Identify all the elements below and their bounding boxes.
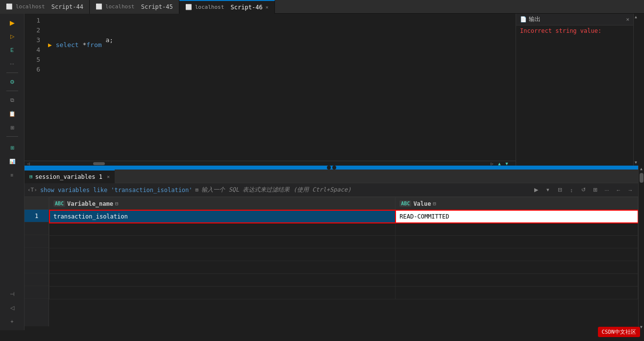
col-filter-val[interactable]: ⊟ [433,201,436,206]
tab-label-44: localhost [16,3,45,10]
data-table: ABC Variable_name ⊟ ABC Value [49,197,638,299]
row-num-1[interactable]: 1 [25,210,49,222]
code-line-3 [48,104,512,114]
row-num-header [25,197,49,210]
result-tab-icon: ⊞ [29,173,33,180]
section-divider[interactable] [25,166,638,170]
output-content: Incorrect string value: [516,25,633,166]
nav-first[interactable]: ⊣ [5,288,20,300]
play-btn[interactable]: ▶ [531,185,541,195]
code-line-2 [48,74,512,84]
run-button[interactable]: ▶ [5,17,20,28]
divider-dot-2 [332,166,336,170]
table-row-empty-4 [50,261,638,274]
row-num-3 [25,235,49,248]
expand-btn[interactable]: ▼ [503,161,511,166]
col-name-value: Value [413,200,431,207]
row-num-5 [25,261,49,273]
nav-prev[interactable]: ◁ [5,302,20,314]
back-btn[interactable]: ← [614,185,623,195]
table-row-empty-2 [50,236,638,248]
h-scrollbar[interactable]: ◁ ▷ ▲ ▼ [25,161,516,166]
bottom-icons: ⊞ 📊 ≡ [5,140,20,183]
col-type-badge-val: ABC [399,200,411,207]
line-numbers: 1 2 3 4 5 6 [25,14,44,161]
toolbar-sep-1 [6,73,18,73]
cell-variable-name[interactable]: transaction_isolation [50,210,396,223]
chart-icon-btn[interactable]: 📊 [5,155,20,167]
nav-icons: ⊣ ◁ + [5,288,20,327]
output-header: 📄 输出 ✕ [516,14,633,25]
forward-btn[interactable]: → [625,185,635,195]
run-indicator: ▶ [48,40,56,50]
tab-icon-46: ⬜ [185,4,192,10]
collapse-btn[interactable]: ▲ [495,161,503,166]
divider-dot-1 [327,166,331,170]
table-row-empty-1 [50,223,638,236]
format-button[interactable]: ⊞ [5,122,20,133]
v-scrollbar-editor[interactable]: ▲ ▼ [633,14,638,166]
tab-bar: ⬜ localhost Script-44 ⬜ localhost Script… [0,0,644,14]
cell-value[interactable]: READ-COMMITTED [396,210,638,223]
scroll-up[interactable]: ▲ [635,15,637,19]
result-tab-label: session_variables 1 [35,173,102,180]
data-table-wrapper: 1 [25,197,638,326]
table-row-1[interactable]: transaction_isolation READ-COMMITTED [50,210,638,223]
more-opts-btn[interactable]: ··· [602,185,612,195]
scroll-right[interactable]: ▷ [488,161,496,166]
col-name-variable: Variable_name [67,200,113,207]
scroll-left[interactable]: ◁ [25,161,32,166]
code-line-4 [48,133,512,143]
row-num-6 [25,273,49,286]
tab-label-45: localhost [105,3,135,10]
tab-label-44b: Script-44 [48,3,83,10]
divider-dots [327,166,336,170]
more-button[interactable]: ··· [5,58,20,70]
expand-icon: ⊞ [196,187,199,193]
output-close-btn[interactable]: ✕ [626,16,629,23]
dropdown-btn[interactable]: ▾ [543,185,553,195]
scroll-down-res[interactable]: ▼ [640,325,643,329]
v-scrollbar-results[interactable]: ▲ ▼ [638,166,644,330]
left-toolbar: ▶ ▷ E ··· ⚙ ⧉ 📋 ⊞ ⊞ 📊 ≡ ⊣ ◁ + [0,14,25,330]
query-bar: ‹T› show variables like 'transaction_iso… [25,183,638,197]
settings-button[interactable]: ⚙ [5,76,20,88]
grid-btn[interactable]: ⊞ [590,185,600,195]
output-title: 输出 [529,15,541,24]
col-header-variable[interactable]: ABC Variable_name ⊟ [50,197,396,210]
col-header-value[interactable]: ABC Value ⊟ [396,197,638,210]
row-num-7 [25,286,49,299]
refresh-btn[interactable]: ↺ [578,185,588,195]
tab-script-45[interactable]: ⬜ localhost Script-45 [90,0,179,14]
query-bar-right: ▶ ▾ ⊟ ↕ ↺ ⊞ ··· ← → [531,185,635,195]
tab-script-44[interactable]: ⬜ localhost Script-44 [0,0,90,14]
output-panel: 📄 输出 ✕ Incorrect string value: [516,14,633,166]
sort-btn[interactable]: ↕ [567,185,576,195]
filter-btn[interactable]: ⊟ [555,185,565,195]
table-icon-btn[interactable]: ⊞ [5,142,20,153]
tab-close-46[interactable]: ✕ [266,4,269,10]
table-row-empty-5 [50,274,638,287]
code-editor-content[interactable]: ▶ select *from a; show variables like 't… [44,14,516,161]
copy-button[interactable]: ⧉ [5,94,20,106]
nav-add[interactable]: + [5,316,20,327]
watermark: CSDN中文社区 [598,327,641,337]
tab-label-46: localhost [195,4,224,10]
tab-label-46b: Script-46 [227,4,262,11]
result-tab-close[interactable]: ✕ [107,174,110,179]
paste-button[interactable]: 📋 [5,108,20,120]
tab-script-46[interactable]: ⬜ localhost Script-46 ✕ [179,0,275,14]
tab-label-45b: Script-45 [137,3,173,10]
scroll-down[interactable]: ▼ [635,160,637,165]
scroll-up-res[interactable]: ▲ [640,167,643,171]
text-icon-btn[interactable]: ≡ [5,169,20,181]
result-tab-session[interactable]: ⊞ session_variables 1 ✕ [25,170,115,183]
toolbar-sep-2 [6,91,18,91]
filter-hint: 输入一个 SQL 表达式来过滤结果 (使用 Ctrl+Space) [201,186,351,194]
explain-button[interactable]: E [5,44,20,56]
scrollbar-thumb[interactable] [640,173,644,183]
step-button[interactable]: ▷ [5,30,20,42]
table-row-empty-6 [50,287,638,299]
col-filter-var[interactable]: ⊟ [115,201,118,206]
table-row-empty-3 [50,248,638,261]
